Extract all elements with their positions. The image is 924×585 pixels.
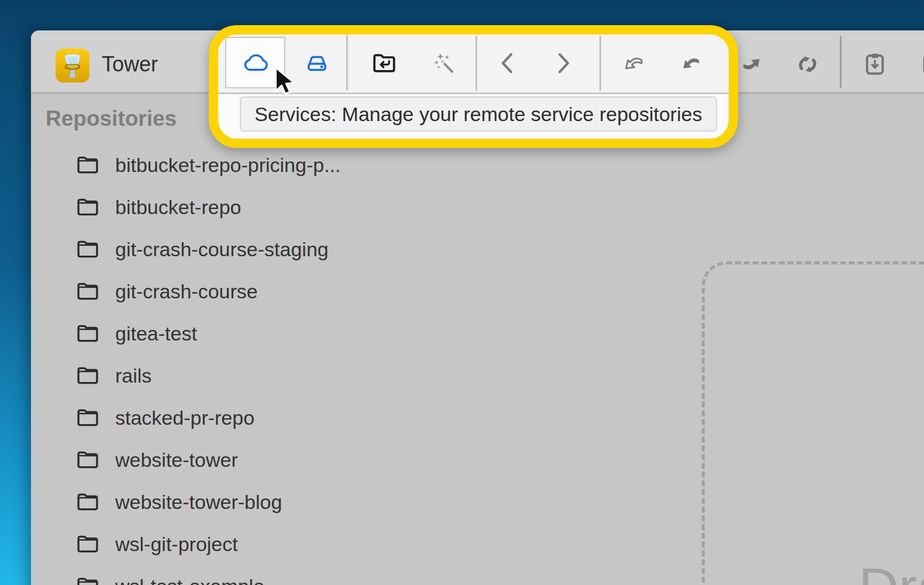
toolbar-separator <box>475 36 477 91</box>
drag-hint-text: Drag <box>859 556 924 585</box>
folder-icon <box>74 278 101 305</box>
folder-icon <box>74 152 101 178</box>
repo-name: gitea-test <box>115 322 197 345</box>
folder-icon <box>74 194 101 221</box>
repo-list-item[interactable]: bitbucket-repo-pricing-p... <box>74 144 390 186</box>
services-cloud-button[interactable] <box>242 49 270 77</box>
sidebar-heading: Repositories <box>46 106 177 131</box>
repo-list-item[interactable]: git-crash-course <box>74 270 390 312</box>
repo-list-item[interactable]: rails <box>74 355 390 397</box>
repo-list-item[interactable]: website-tower-blog <box>74 481 390 523</box>
screen: Tower <box>0 0 924 585</box>
repo-name: wsl-test-example <box>115 575 264 585</box>
repo-name: website-tower-blog <box>115 491 282 514</box>
mouse-cursor <box>268 64 300 98</box>
undo-outline-button[interactable] <box>619 49 647 77</box>
local-repositories-button[interactable] <box>303 49 331 77</box>
stash-apply-button[interactable] <box>918 50 924 79</box>
folder-icon <box>74 446 101 473</box>
repo-list-item[interactable]: website-tower <box>74 439 390 481</box>
drag-drop-zone[interactable] <box>702 261 924 585</box>
stash-save-button[interactable] <box>860 50 889 79</box>
undo-solid-button[interactable] <box>677 49 705 77</box>
repo-name: git-crash-course <box>115 280 258 303</box>
folder-icon <box>74 573 101 585</box>
repo-name: rails <box>115 364 151 387</box>
open-repository-button[interactable] <box>370 49 398 77</box>
services-tooltip-text: Services: Manage your remote service rep… <box>254 103 702 126</box>
repo-list-item[interactable]: gitea-test <box>74 312 390 355</box>
folder-icon <box>74 488 101 515</box>
services-tooltip: Services: Manage your remote service rep… <box>240 97 717 132</box>
repo-name: git-crash-course-staging <box>115 238 329 261</box>
repo-name: website-tower <box>115 449 238 472</box>
navigate-forward-button[interactable] <box>549 49 577 77</box>
repo-list-item[interactable]: wsl-git-project <box>74 523 390 565</box>
folder-icon <box>74 531 101 558</box>
quick-setup-wand-button[interactable] <box>430 49 458 77</box>
tower-logo-icon <box>56 49 89 82</box>
folder-icon <box>74 362 101 389</box>
repo-name: bitbucket-repo-pricing-p... <box>115 154 341 177</box>
repo-name: stacked-pr-repo <box>115 407 254 429</box>
sync-button[interactable] <box>793 50 822 79</box>
repo-name: bitbucket-repo <box>115 196 241 219</box>
folder-icon <box>74 320 101 347</box>
folder-icon <box>74 404 101 431</box>
folder-icon <box>74 236 101 263</box>
toolbar-separator <box>599 36 601 91</box>
window-title: Tower <box>102 52 158 77</box>
repository-list: bitbucket-repo-pricing-p... bitbucket-re… <box>74 144 390 585</box>
push-button[interactable] <box>737 50 767 79</box>
repo-name: wsl-git-project <box>115 533 238 556</box>
repo-list-item[interactable]: bitbucket-repo <box>74 186 390 228</box>
repo-list-item[interactable]: wsl-test-example <box>74 565 390 585</box>
navigate-back-button[interactable] <box>494 49 522 77</box>
toolbar-separator <box>346 36 348 91</box>
toolbar-separator <box>840 36 842 88</box>
repo-list-item[interactable]: git-crash-course-staging <box>74 228 390 270</box>
repo-list-item[interactable]: stacked-pr-repo <box>74 397 390 439</box>
